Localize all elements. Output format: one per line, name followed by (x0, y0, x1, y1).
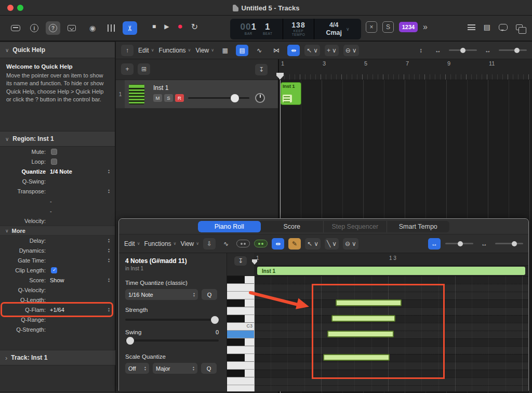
count-in-badge[interactable]: 1234 (399, 22, 418, 32)
scale-type-select[interactable]: Major ▴▾ (153, 363, 197, 374)
horizontal-zoom-button[interactable]: ↔ (432, 45, 444, 56)
region-parameter-row[interactable]: ∨ Quantize 1/4 Note ▴▾ (0, 166, 115, 176)
parameter-checkbox[interactable] (51, 159, 57, 165)
add-track-button[interactable]: + (121, 63, 134, 75)
midi-out-icon[interactable] (236, 240, 250, 247)
automation-curve-button[interactable]: ∿ (220, 238, 232, 250)
region-parameter-row[interactable]: ∨ Clip Length: ▴▾ (0, 265, 115, 275)
library-button[interactable] (8, 21, 23, 35)
piano-key[interactable] (227, 331, 254, 338)
stepper-icon[interactable]: ▴▾ (108, 189, 110, 193)
piano-key[interactable] (227, 385, 254, 391)
stepper-icon[interactable]: ▴▾ (108, 278, 110, 282)
pr-horizontal-zoom-slider[interactable] (495, 243, 523, 244)
strength-slider[interactable] (125, 319, 219, 321)
midi-note[interactable] (327, 331, 394, 337)
region-parameter-row[interactable]: ∨ Dynamics: ▴▾ (0, 245, 115, 255)
pr-playhead-line[interactable] (254, 276, 255, 391)
secondary-tool-menu[interactable]: +∨ (325, 45, 339, 56)
piano-keyboard[interactable]: C3 (227, 276, 254, 391)
piano-key[interactable] (227, 292, 254, 299)
piano-key[interactable] (227, 307, 254, 315)
lcd-display[interactable]: 001 BAR 1 BEAT 138 KEEP TEMPO 4/4 Cmaj (230, 19, 361, 40)
collapse-mode-button[interactable]: ⇩ (203, 238, 216, 250)
region-parameter-row[interactable]: ∨ Loop: ▴▾ (0, 156, 115, 166)
region-parameter-row[interactable]: ∨ Gate Time: ▴▾ (0, 255, 115, 265)
region-parameter-row[interactable]: ∨ - ▴▾ (0, 196, 115, 206)
piano-key[interactable] (227, 377, 254, 385)
smart-controls-button[interactable]: ◉ (85, 21, 100, 35)
duplicate-track-button[interactable]: ⊞ (138, 63, 150, 75)
note-pads-icon[interactable]: ▤ (484, 23, 490, 31)
stepper-icon[interactable]: ▴▾ (108, 307, 110, 312)
region-parameter-row[interactable]: ∨ Delay: ▴▾ (0, 235, 115, 245)
pr-functions-menu[interactable]: Functions∨ (144, 240, 177, 247)
region-parameter-row[interactable]: ∨ Q-Length: ▴▾ (0, 295, 115, 305)
track-header-tray-button[interactable]: ↧ (255, 64, 268, 75)
region-parameter-row[interactable]: ∨ Score: Show ▴▾ (0, 275, 115, 285)
note-grid[interactable] (254, 276, 528, 391)
midi-note[interactable] (336, 299, 402, 306)
midi-region[interactable]: Inst 1 (281, 82, 301, 105)
region-parameter-row[interactable]: ∨ Transpose: ▴▾ (0, 186, 115, 196)
vertical-zoom-slider[interactable] (449, 49, 477, 51)
back-arrow-button[interactable]: ↑ (121, 45, 134, 56)
track-solo-button[interactable]: S (164, 94, 173, 102)
track-mute-button[interactable]: M (153, 94, 162, 102)
region-parameter-row[interactable]: ∨ Q-Flam: +1/64 ▴▾ (0, 305, 115, 315)
grid-view-button[interactable]: ▦ (219, 45, 231, 56)
track-volume-slider[interactable] (188, 97, 249, 99)
functions-menu[interactable]: Functions∨ (159, 47, 191, 54)
chevron-down-icon[interactable]: ∨ (346, 27, 350, 32)
region-parameter-row[interactable]: ∨ Velocity: ▴▾ (0, 216, 115, 226)
time-quantize-select[interactable]: 1/16 Note ▴▾ (125, 289, 198, 300)
midi-in-icon[interactable] (254, 240, 268, 247)
piano-key[interactable] (227, 346, 254, 354)
parameter-checkbox[interactable] (51, 267, 57, 273)
inspector-tray-button[interactable]: ↧ (234, 256, 247, 266)
quick-help-header[interactable]: ∨ Quick Help (0, 42, 115, 58)
piano-key[interactable] (227, 362, 254, 370)
editor-tab[interactable]: Smart Tempo (387, 221, 450, 232)
no-overlap-button[interactable]: × (366, 21, 377, 33)
piano-key[interactable] (227, 284, 254, 292)
toolbar-toggle-button[interactable] (64, 21, 79, 35)
editor-tab[interactable]: Score (261, 221, 324, 232)
track-inspector-header[interactable]: › Track: Inst 1 (0, 350, 115, 365)
play-button[interactable]: ▶ (164, 23, 169, 30)
h-zoom-icon[interactable]: ↔ (478, 238, 490, 250)
piano-key[interactable] (227, 276, 254, 284)
region-parameter-row[interactable]: ∨ Q-Range: ▴▾ (0, 315, 115, 324)
solo-mode-button[interactable]: S (382, 21, 394, 33)
pr-pointer-tool-menu[interactable]: ↖∨ (305, 238, 321, 250)
piano-key[interactable] (227, 370, 254, 377)
share-icon[interactable] (516, 24, 523, 30)
pr-more-tool-menu[interactable]: ⊖∨ (343, 238, 358, 250)
editor-tab[interactable]: Step Sequencer (324, 221, 387, 232)
mixer-button[interactable] (104, 21, 118, 35)
inspector-button[interactable]: i (27, 21, 42, 35)
bar-ruler[interactable]: 1357911 (278, 59, 532, 80)
piano-key[interactable] (227, 338, 254, 346)
piano-key[interactable] (227, 354, 254, 362)
quick-help-button[interactable]: ? (46, 21, 60, 35)
track-record-button[interactable]: R (175, 94, 184, 102)
pr-edit-menu[interactable]: Edit∨ (124, 240, 140, 247)
pr-flex-button[interactable]: ⇹ (272, 238, 284, 250)
pr-region-bar[interactable]: Inst 1 (257, 267, 525, 275)
crossfade-icon[interactable]: ⋈ (270, 45, 283, 56)
cycle-button[interactable]: ↻ (191, 22, 198, 32)
edit-menu[interactable]: Edit∨ (138, 47, 154, 54)
region-parameter-row[interactable]: ∨ - ▴▾ (0, 206, 115, 216)
list-editors-icon[interactable] (468, 24, 475, 30)
pr-vertical-zoom-slider[interactable] (445, 243, 473, 244)
automation-button[interactable]: ∿ (253, 45, 265, 56)
midi-note[interactable] (331, 315, 395, 322)
vertical-zoom-button[interactable]: ↕ (415, 45, 427, 56)
editors-button[interactable]: ✂ (123, 21, 137, 35)
region-parameter-row[interactable]: ∨ Mute: ▴▾ (0, 147, 115, 156)
editor-tab[interactable]: Piano Roll (198, 221, 261, 232)
midi-note[interactable] (323, 354, 390, 361)
pr-line-tool-menu[interactable]: ╲∨ (325, 238, 339, 250)
chevrons-right-icon[interactable]: » (423, 22, 428, 32)
